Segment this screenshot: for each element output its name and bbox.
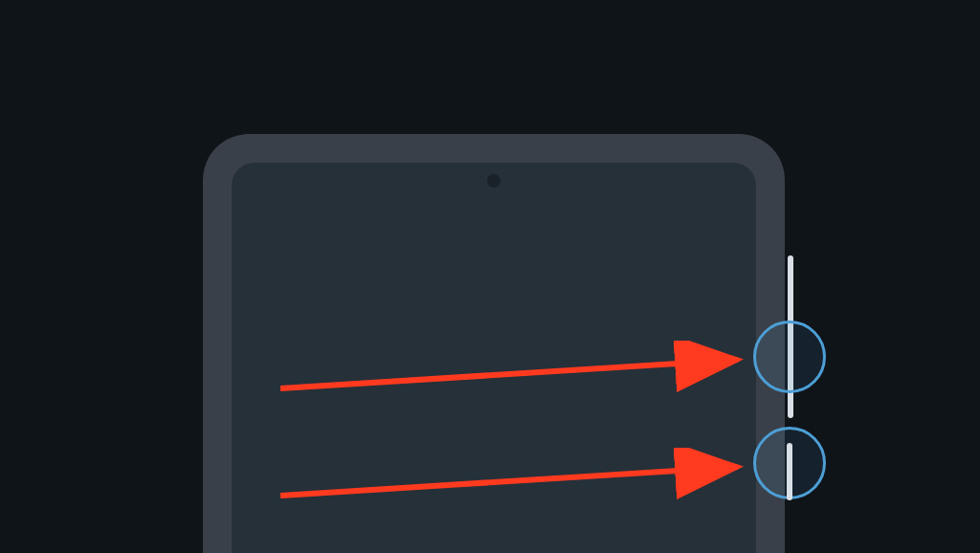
camera-notch-icon [487,174,501,188]
device-screen [232,163,756,553]
device-frame [203,134,785,553]
highlight-circle-volume [753,321,826,393]
power-button-icon [787,443,792,500]
